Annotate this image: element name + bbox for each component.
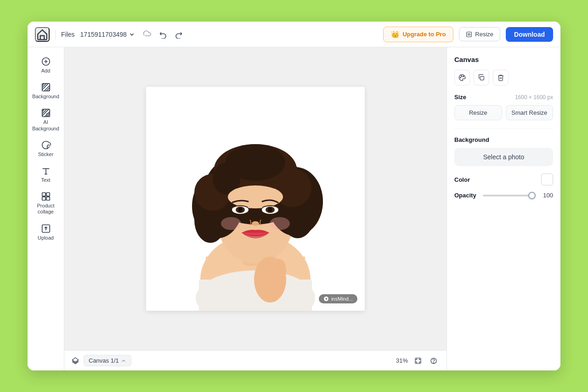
sidebar-item-text[interactable]: Text <box>30 162 62 186</box>
filename-display[interactable]: 1715911703498 <box>80 31 135 38</box>
layers-button[interactable] <box>72 357 79 364</box>
canvas-bottom-bar: Canvas 1/1 31% <box>64 350 447 370</box>
sidebar-item-product-collage[interactable]: Product collage <box>30 188 62 218</box>
panel-background-section: Background Select a photo Color Opacity … <box>454 136 553 199</box>
expand-button[interactable] <box>413 355 424 366</box>
sidebar: Add Background AI Background <box>28 47 64 370</box>
svg-point-45 <box>460 77 461 78</box>
svg-rect-8 <box>46 197 49 200</box>
svg-point-46 <box>461 76 462 77</box>
canvas-area: insMind... Canvas 1/1 <box>64 47 447 370</box>
sidebar-item-background[interactable]: Background <box>30 78 62 102</box>
resize-header-button[interactable]: Resize <box>459 27 500 41</box>
sidebar-item-upload[interactable]: Upload <box>30 220 62 244</box>
home-button[interactable] <box>35 27 50 42</box>
svg-point-32 <box>238 207 243 212</box>
download-button[interactable]: Download <box>506 27 553 42</box>
files-nav[interactable]: Files <box>61 31 75 38</box>
resize-panel-button[interactable]: Resize <box>454 105 502 120</box>
panel-style-icon-button[interactable] <box>454 70 470 85</box>
panel-size-row: Size 1600 × 1600 px <box>454 94 553 101</box>
panel-background-row: Background <box>454 136 553 143</box>
right-panel: Canvas <box>447 47 560 370</box>
opacity-slider[interactable] <box>483 195 536 196</box>
svg-point-44 <box>433 363 434 363</box>
panel-btn-row: Resize Smart Resize <box>454 105 553 120</box>
svg-point-29 <box>228 185 283 208</box>
zoom-display: 31% <box>396 357 408 364</box>
svg-rect-7 <box>42 197 45 200</box>
svg-point-47 <box>463 76 464 77</box>
help-button[interactable] <box>428 355 439 366</box>
color-swatch[interactable] <box>541 174 553 185</box>
undo-button[interactable] <box>157 28 169 40</box>
canvas-image: insMind... <box>146 87 365 311</box>
svg-point-40 <box>272 259 286 282</box>
opacity-row: Opacity 100 <box>454 192 553 199</box>
sidebar-item-ai-background[interactable]: AI Background <box>30 104 62 134</box>
svg-point-36 <box>252 221 259 226</box>
redo-button[interactable] <box>173 28 185 40</box>
panel-duplicate-icon-button[interactable] <box>474 70 489 85</box>
svg-point-38 <box>270 217 290 230</box>
app-window: Files 1715911703498 <box>28 22 560 370</box>
sidebar-item-add[interactable]: Add <box>30 53 62 77</box>
watermark: insMind... <box>319 294 357 303</box>
color-row: Color <box>454 174 553 185</box>
panel-title: Canvas <box>454 56 553 63</box>
opacity-slider-wrap <box>483 195 536 196</box>
canvas-image-box[interactable]: insMind... <box>146 87 365 311</box>
svg-rect-48 <box>480 76 484 80</box>
body: Add Background AI Background <box>28 47 560 370</box>
svg-point-28 <box>226 144 285 181</box>
cloud-icon[interactable] <box>142 29 152 40</box>
header: Files 1715911703498 <box>28 22 560 47</box>
svg-rect-42 <box>415 358 421 364</box>
upgrade-button[interactable]: 👑 Upgrade to Pro <box>383 27 453 42</box>
svg-rect-0 <box>467 32 472 37</box>
svg-point-37 <box>221 217 241 230</box>
panel-icon-row <box>454 70 553 85</box>
section-divider-1 <box>454 129 553 129</box>
svg-rect-6 <box>46 193 49 196</box>
panel-delete-icon-button[interactable] <box>493 70 509 85</box>
panel-size-section: Size 1600 × 1600 px Resize Smart Resize <box>454 94 553 120</box>
canvas-content: insMind... <box>64 47 447 350</box>
header-divider <box>55 29 56 39</box>
svg-rect-5 <box>42 193 45 196</box>
select-photo-button[interactable]: Select a photo <box>454 148 553 166</box>
sidebar-item-sticker[interactable]: Sticker <box>30 136 62 160</box>
canvas-selector[interactable]: Canvas 1/1 <box>84 355 131 366</box>
header-actions <box>157 28 185 40</box>
smart-resize-button[interactable]: Smart Resize <box>506 105 554 120</box>
svg-point-35 <box>268 207 272 212</box>
